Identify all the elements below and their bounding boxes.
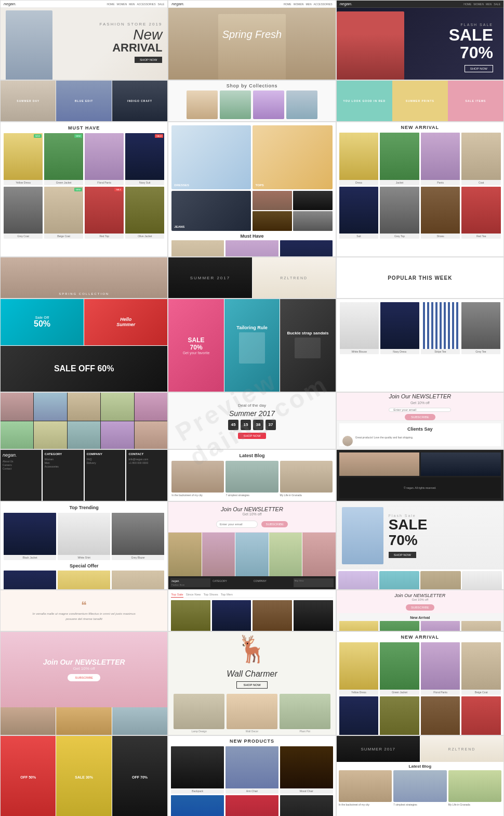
sale-50-banner[interactable]: Sale Off 50% [1,299,84,345]
tab-since-new[interactable]: Since New [186,593,201,598]
nal-3[interactable]: Floral Pants [421,642,460,695]
seg-pink[interactable]: SALE ITEMS [448,81,503,121]
sum-banner-2[interactable]: SUMMER 2017 [337,736,420,762]
so-2[interactable]: Summer Dress [58,571,110,590]
promo-tailoring[interactable]: Tailoring Rule [224,299,280,392]
nav3-men[interactable]: MEN [486,3,492,6]
collection-big-2[interactable]: TOPS [253,125,332,189]
sale-thumb-1[interactable]: Spring Looks [338,571,378,590]
np-4[interactable]: Helmet [171,795,224,816]
nl-subscribe-btn[interactable]: SUBSCRIBE [405,414,435,420]
coll-small-1[interactable] [253,191,292,211]
pop-3[interactable]: Stripe Tee [421,302,460,354]
nal-7[interactable]: Brown Shoes [421,696,460,735]
pop-2[interactable]: Navy Dress [380,302,419,354]
blog-1[interactable]: In the backstreet of my city [171,461,224,497]
sale-btn[interactable]: SHOP NOW [465,65,493,72]
collection-big-1[interactable]: DRESSES [171,125,251,189]
footer-comp-2[interactable]: Delivery [87,461,124,464]
nav-men[interactable]: MEN [129,3,135,6]
nl2-email-input[interactable] [216,521,258,528]
seg-teal[interactable]: YOU LOOK GOOD IN RED [337,81,392,121]
nal-2[interactable]: Green Jacket [380,642,419,695]
insta-4[interactable] [269,533,302,576]
collection-big-3[interactable]: JEANS [171,191,251,231]
nal-4[interactable]: Beige Coat [461,642,501,695]
insta-2[interactable] [202,533,235,576]
nl2-subscribe-btn[interactable]: SUBSCRIBE [261,521,288,527]
mhc2-2[interactable]: Printed Top [226,240,278,257]
collection-item-3[interactable] [253,90,284,119]
trend-1[interactable]: Black Jacket [4,513,56,560]
product-item-3[interactable]: Floral Pants [85,133,124,185]
tab-top-men[interactable]: Top Men [221,593,233,598]
nav-accessories[interactable]: ACCESSORIES [137,3,155,6]
nav-sale[interactable]: SALE [158,3,165,6]
na-sm-4[interactable] [461,621,501,631]
coll-small-2[interactable] [293,191,333,211]
rtl-trend-banner[interactable]: RZLTREND [253,257,336,298]
trend-3[interactable]: Grey Blazer [112,513,164,560]
nav3-sale[interactable]: SALE [494,3,500,6]
hero-shop-btn[interactable]: SHOP NOW [135,57,162,63]
nl-photo-btn[interactable]: SUBSCRIBE [68,674,100,681]
np-3[interactable]: Wood Chair [280,746,333,794]
footer-cat-3[interactable]: Accessories [45,465,82,468]
mhc2-3[interactable]: Navy Suit [280,240,333,257]
nav-women[interactable]: WOMEN [117,3,127,6]
np-6[interactable]: Travel Bag [280,795,333,816]
np-5[interactable]: Watermelon [226,795,278,816]
nav2-men[interactable]: MEN [306,3,311,6]
na-item-1[interactable]: Dress [339,133,379,185]
cat-summer[interactable]: SUMMER DAY [1,81,56,121]
so-1[interactable]: Suit Set [4,571,56,590]
mhc2-1[interactable]: Long Dress [171,240,224,257]
interior-shop-btn[interactable]: SHOP NOW [236,681,267,689]
trend-2[interactable]: White Shirt [58,513,110,560]
na-item-6[interactable]: Grey Top [380,187,419,239]
deal-btn[interactable]: SHOP NOW [238,433,266,439]
na-sm-2[interactable] [380,621,419,631]
nav2-home[interactable]: HOME [284,3,291,6]
nav3-women[interactable]: WOMEN [473,3,484,6]
sale-thumb-3[interactable]: New Arrival [420,571,460,590]
nav-home[interactable]: HOME [107,3,115,6]
int-prod-3[interactable]: Plant Pot [280,694,330,733]
sale-60-banner[interactable]: SALE OFF 60% [1,346,167,392]
collection-item-4[interactable] [286,90,317,119]
na-sm-1[interactable] [339,621,379,631]
collection-item-2[interactable] [220,90,251,119]
product-item-8[interactable]: Olive Jacket [125,187,164,239]
product-item-7[interactable]: SALE Red Top [85,187,124,239]
promo-sale-70[interactable]: SALE 70% Get your favorite [168,299,223,392]
footer-link-about[interactable]: About Us [3,460,39,463]
insta-1[interactable] [168,533,201,576]
sale-alt-btn[interactable]: SHOP NOW [389,552,416,558]
hello-banner[interactable]: HelloSummer [84,299,167,345]
product-item-6[interactable]: NEW Beige Coat [44,187,83,239]
nav2-women[interactable]: WOMEN [294,3,304,6]
tab-prod-3[interactable]: Brown Shoes [253,600,292,631]
coll-small-3[interactable] [253,211,292,231]
na-item-5[interactable]: Suit [339,187,379,239]
sale-thumb-4[interactable]: New Shoes [462,571,502,590]
off-70-banner[interactable]: OFF 70% [112,736,167,816]
tab-prod-2[interactable]: Navy Coat [212,600,251,631]
na-sm-3[interactable] [421,621,460,631]
footer-link-careers[interactable]: Careers [3,463,39,467]
tab-prod-1[interactable]: Army Jacket [171,600,210,631]
coll-small-4[interactable] [293,211,333,231]
off-50-banner[interactable]: OFF 50% [1,736,56,816]
tab-prod-4[interactable]: Backpack [294,600,333,631]
product-item-4[interactable]: SALE Navy Suit [125,133,164,185]
na-item-4[interactable]: Coat [461,133,501,185]
off-30-banner[interactable]: SALE 30% [56,736,111,816]
summer-banner[interactable]: SUMMER 2017 [168,257,251,298]
footer-link-contact[interactable]: Contact [3,467,39,470]
footer-comp-1[interactable]: FAQ [87,458,124,461]
na-item-3[interactable]: Pants [421,133,460,185]
product-item-1[interactable]: NEW Yellow Dress [4,133,43,185]
footer-cat-2[interactable]: Men [45,461,82,464]
blog2-2[interactable]: 7 simplest strategies [393,770,446,806]
nl3-btn[interactable]: SUBSCRIBE [406,604,434,611]
